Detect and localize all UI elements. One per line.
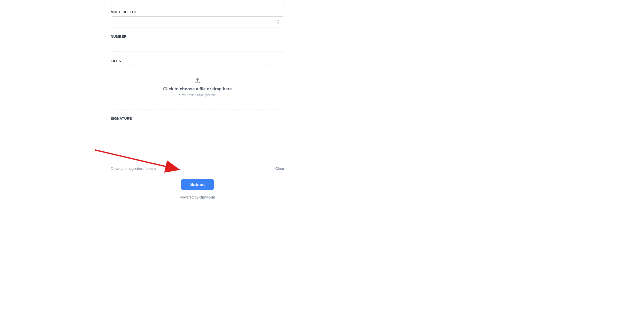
submit-section: Submit Powered by OpnForm <box>111 179 284 199</box>
signature-hint: Draw your signature above <box>111 166 156 171</box>
powered-by-footer: Powered by OpnForm <box>180 195 215 199</box>
signature-footer: Draw your signature above Clear <box>111 166 284 171</box>
file-upload-text: Click to choose a file or drag here <box>163 87 232 92</box>
file-upload-dropzone[interactable]: Click to choose a file or drag here Size… <box>111 65 284 109</box>
file-upload-subtext: Size limit: 50MB per file <box>179 93 216 97</box>
upload-icon <box>194 77 200 84</box>
multi-select-input[interactable] <box>111 16 284 27</box>
number-label: NUMBER <box>111 34 284 38</box>
chevron-up-down-icon <box>276 20 280 24</box>
multi-select-label: MULTI SELECT <box>111 10 284 14</box>
signature-field: SIGNATURE Draw your signature above Clea… <box>111 116 284 171</box>
powered-by-brand[interactable]: OpnForm <box>199 195 215 199</box>
number-field: NUMBER <box>111 34 284 52</box>
multi-select-field: MULTI SELECT <box>111 10 284 27</box>
files-label: FILES <box>111 59 284 63</box>
signature-clear-button[interactable]: Clear <box>275 166 284 171</box>
signature-pad[interactable] <box>111 123 284 164</box>
number-input[interactable] <box>111 41 284 52</box>
previous-field-bottom[interactable] <box>111 0 284 3</box>
files-field: FILES Click to choose a file or drag her… <box>111 59 284 109</box>
signature-label: SIGNATURE <box>111 116 284 121</box>
powered-by-text: Powered by <box>180 195 199 199</box>
submit-button[interactable]: Submit <box>181 179 214 190</box>
